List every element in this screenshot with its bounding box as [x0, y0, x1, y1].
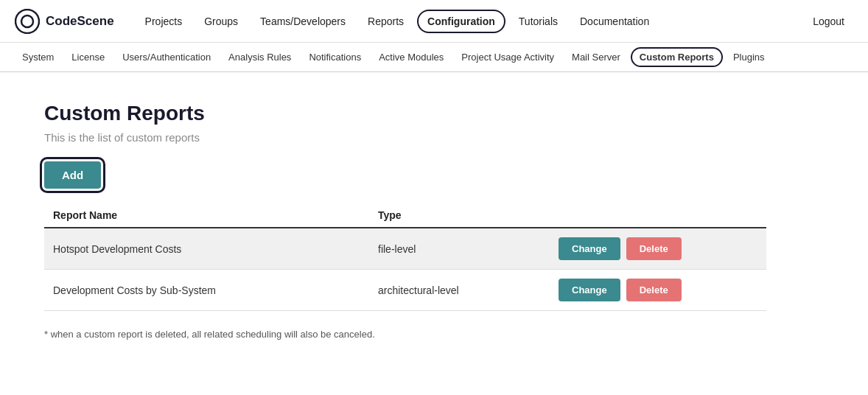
col-header-actions — [550, 203, 766, 228]
svg-point-0 — [15, 10, 39, 33]
table-header-row: Report Name Type — [44, 203, 766, 228]
sub-nav-item-mail-server[interactable]: Mail Server — [564, 49, 628, 66]
sub-nav-item-active-modules[interactable]: Active Modules — [371, 49, 451, 66]
nav-item-teams-developers[interactable]: Teams/Developers — [251, 11, 354, 32]
nav-items: Projects Groups Teams/Developers Reports… — [136, 10, 805, 33]
sub-nav-item-plugins[interactable]: Plugins — [726, 49, 772, 66]
logo-icon — [15, 9, 40, 34]
col-header-name: Report Name — [44, 203, 369, 228]
report-actions-cell: ChangeDelete — [550, 228, 766, 270]
report-type-cell: file-level — [369, 228, 550, 270]
col-header-type: Type — [369, 203, 550, 228]
sub-nav-item-license[interactable]: License — [64, 49, 112, 66]
top-navigation: CodeScene Projects Groups Teams/Develope… — [0, 0, 868, 43]
change-button-row-1[interactable]: Change — [559, 279, 620, 301]
main-content: Custom Reports This is the list of custo… — [0, 72, 811, 369]
logout-button[interactable]: Logout — [804, 11, 853, 32]
sub-nav-item-analysis-rules[interactable]: Analysis Rules — [221, 49, 298, 66]
report-type-cell: architectural-level — [369, 270, 550, 311]
logo[interactable]: CodeScene — [15, 9, 114, 34]
table-row: Development Costs by Sub-Systemarchitect… — [44, 270, 766, 311]
sub-navigation: System License Users/Authentication Anal… — [0, 43, 868, 72]
nav-item-documentation[interactable]: Documentation — [571, 11, 658, 32]
nav-item-projects[interactable]: Projects — [136, 11, 192, 32]
nav-item-groups[interactable]: Groups — [195, 11, 247, 32]
footer-note: * when a custom report is deleted, all r… — [44, 329, 766, 340]
nav-item-configuration[interactable]: Configuration — [417, 10, 505, 33]
sub-nav-item-system[interactable]: System — [15, 49, 61, 66]
logo-text: CodeScene — [46, 14, 114, 29]
change-button-row-0[interactable]: Change — [559, 237, 620, 260]
sub-nav-item-custom-reports[interactable]: Custom Reports — [631, 47, 723, 67]
add-report-button[interactable]: Add — [44, 161, 101, 189]
nav-item-tutorials[interactable]: Tutorials — [510, 11, 567, 32]
report-actions-cell: ChangeDelete — [550, 270, 766, 311]
reports-table: Report Name Type Hotspot Development Cos… — [44, 203, 766, 311]
report-name-cell: Development Costs by Sub-System — [44, 270, 369, 311]
sub-nav-item-users-auth[interactable]: Users/Authentication — [115, 49, 218, 66]
svg-point-1 — [21, 15, 33, 27]
action-buttons: ChangeDelete — [559, 279, 757, 301]
sub-nav-item-project-usage-activity[interactable]: Project Usage Activity — [454, 49, 561, 66]
nav-item-reports[interactable]: Reports — [359, 11, 413, 32]
delete-button-row-0[interactable]: Delete — [626, 237, 682, 260]
table-row: Hotspot Development Costsfile-levelChang… — [44, 228, 766, 270]
delete-button-row-1[interactable]: Delete — [626, 279, 682, 301]
action-buttons: ChangeDelete — [559, 237, 757, 260]
page-title: Custom Reports — [44, 102, 766, 125]
sub-nav-item-notifications[interactable]: Notifications — [301, 49, 368, 66]
report-name-cell: Hotspot Development Costs — [44, 228, 369, 270]
page-subtitle: This is the list of custom reports — [44, 131, 766, 144]
